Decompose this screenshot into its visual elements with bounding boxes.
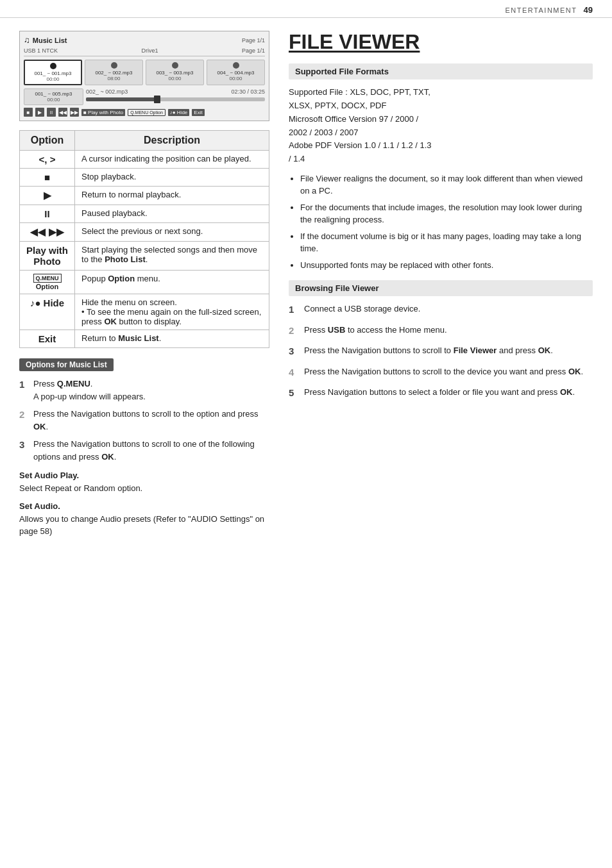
list-item: 4 Press the Navigation buttons to scroll…: [289, 365, 593, 380]
ml-prev-btn[interactable]: ◀◀: [58, 108, 67, 117]
ml-title-text: Music List: [33, 37, 67, 44]
desc-play: Return to normal playback.: [75, 187, 269, 205]
table-row: Play withPhoto Start playing the selecte…: [20, 242, 269, 271]
step-text-3: Press the Navigation buttons to scroll t…: [33, 438, 269, 463]
ml-item-name-4: 004_ ~ 004.mp3: [217, 70, 254, 76]
ml-pause-btn[interactable]: II: [47, 108, 56, 117]
ml-item-5: 001_ ~ 005.mp3 00:00: [24, 88, 83, 105]
list-item: 5 Press Navigation buttons to select a f…: [289, 386, 593, 401]
browsing-step-num-1: 1: [289, 303, 299, 317]
ml-controls: ■ ▶ II ◀◀ ▶▶ ■ Play with Photo Q.MENU Op…: [24, 108, 265, 117]
ml-sub-header: USB 1 NTCK Drive1 Page 1/1: [24, 47, 265, 56]
set-audio-section: Set Audio. Allows you to change Audio pr…: [19, 501, 269, 538]
ml-usb-label: USB 1 NTCK: [24, 47, 58, 54]
browsing-step-num-4: 4: [289, 365, 299, 380]
ml-header: ♫ Music List Page 1/1: [24, 35, 265, 45]
ml-progress-area: 002_ ~ 002.mp3 02:30 / 03:25: [86, 88, 265, 105]
ml-item-name-5: 001_ ~ 005.mp3: [35, 91, 72, 97]
desc-hide: Hide the menu on screen. • To see the me…: [75, 294, 269, 330]
ml-play-photo-btn[interactable]: ■ Play with Photo: [81, 109, 125, 116]
ml-item-time-5: 00:00: [47, 97, 60, 103]
table-row: II Paused playback.: [20, 205, 269, 223]
ml-dot-3: [172, 62, 178, 69]
ml-current-track: 002_ ~ 002.mp3: [86, 88, 128, 95]
ml-item-time-3: 00:00: [168, 76, 181, 81]
ml-hide-btn[interactable]: ♪● Hide: [168, 109, 190, 116]
section-label: ENTERTAINMENT: [506, 6, 577, 14]
option-stop: ■: [20, 169, 75, 187]
ml-qmenu-btn[interactable]: Q.MENU Option: [128, 109, 166, 116]
set-audio-play-section: Set Audio Play. Select Repeat or Random …: [19, 471, 269, 495]
set-audio-text: Allows you to change Audio presets (Refe…: [19, 513, 269, 538]
options-for-music-list: Options for Music List 1 Press Q.MENU.A …: [19, 358, 269, 538]
ml-sub-page: Page 1/1: [242, 47, 265, 54]
ml-exit-btn[interactable]: Exit: [192, 109, 204, 116]
step-num-2: 2: [19, 408, 30, 422]
list-item: 2 Press USB to access the Home menu.: [289, 324, 593, 338]
list-item: 3 Press the Navigation buttons to scroll…: [19, 438, 269, 463]
desc-stop: Stop playback.: [75, 169, 269, 187]
option-hide: ♪● Hide: [20, 294, 75, 330]
ml-progress-fill: [86, 97, 158, 101]
ml-dot-4: [233, 62, 239, 69]
list-item: Unsupported fonts may be replaced with o…: [300, 259, 593, 272]
option-playwithphoto: Play withPhoto: [20, 242, 75, 271]
supported-formats-label: Supported File Formats: [289, 63, 593, 79]
option-play: ▶: [20, 187, 75, 205]
ml-item-time-1: 00:00: [46, 76, 59, 82]
table-row: ▶ Return to normal playback.: [20, 187, 269, 205]
ml-item-2: 002_ ~ 002.mp3 08:00: [85, 60, 143, 85]
table-row: Exit Return to Music List.: [20, 330, 269, 348]
options-section-label: Options for Music List: [19, 358, 114, 371]
ml-item-1: 001_ ~ 001.mp3 00:00: [24, 60, 82, 85]
browsing-step-text-4: Press the Navigation buttons to scroll t…: [304, 365, 583, 378]
step-text-2: Press the Navigation buttons to scroll t…: [33, 408, 269, 433]
list-item: 1 Connect a USB storage device.: [289, 303, 593, 317]
right-column: FILE VIEWER Supported File Formats Suppo…: [289, 31, 593, 543]
ml-next-btn[interactable]: ▶▶: [70, 108, 79, 117]
ml-grid: 001_ ~ 001.mp3 00:00 002_ ~ 002.mp3 08:0…: [24, 60, 265, 85]
ml-dot-2: [111, 62, 117, 69]
ml-play-btn[interactable]: ▶: [35, 108, 44, 117]
music-list-mockup: ♫ Music List Page 1/1 USB 1 NTCK Drive1 …: [19, 31, 269, 121]
desc-prevnext: Select the previous or next song.: [75, 223, 269, 242]
table-row: ◀◀ ▶▶ Select the previous or next song.: [20, 223, 269, 242]
table-row: ♪● Hide Hide the menu on screen. • To se…: [20, 294, 269, 330]
ml-stop-btn[interactable]: ■: [24, 108, 33, 117]
browsing-step-text-3: Press the Navigation buttons to scroll t…: [304, 344, 553, 357]
desc-playwithphoto: Start playing the selected songs and the…: [75, 242, 269, 271]
browsing-step-num-3: 3: [289, 344, 299, 359]
main-layout: ♫ Music List Page 1/1 USB 1 NTCK Drive1 …: [0, 18, 612, 556]
ml-progress-bar: [86, 97, 265, 101]
option-pause: II: [20, 205, 75, 223]
option-prevnext: ◀◀ ▶▶: [20, 223, 75, 242]
options-steps: 1 Press Q.MENU.A pop-up window will appe…: [19, 378, 269, 463]
ml-item-4: 004_ ~ 004.mp3 00:00: [207, 60, 265, 85]
list-item: For the documents that include images, t…: [300, 201, 593, 226]
ml-item-3: 003_ ~ 003.mp3 00:00: [146, 60, 204, 85]
browsing-step-num-2: 2: [289, 324, 299, 338]
step-text-1: Press Q.MENU.A pop-up window will appear…: [33, 378, 146, 403]
ml-item-name-1: 001_ ~ 001.mp3: [34, 71, 71, 76]
list-item: 1 Press Q.MENU.A pop-up window will appe…: [19, 378, 269, 403]
browsing-section-label: Browsing File Viewer: [289, 280, 593, 296]
ml-item-name-2: 002_ ~ 002.mp3: [95, 70, 132, 76]
browsing-steps: 1 Connect a USB storage device. 2 Press …: [289, 303, 593, 401]
option-exit: Exit: [20, 330, 75, 348]
desc-lt-gt: A cursor indicating the position can be …: [75, 151, 269, 169]
list-item: 3 Press the Navigation buttons to scroll…: [289, 344, 593, 359]
supported-text: Supported File : XLS, DOC, PPT, TXT, XLS…: [289, 86, 593, 166]
ml-drive: Drive1: [141, 47, 158, 54]
ml-time-row: 002_ ~ 002.mp3 02:30 / 03:25: [86, 88, 265, 95]
table-row: ■ Stop playback.: [20, 169, 269, 187]
desc-qmenu: Popup Option menu.: [75, 271, 269, 294]
list-item: If the document volume is big or it has …: [300, 230, 593, 255]
step-num-1: 1: [19, 378, 30, 392]
ml-title: ♫ Music List: [24, 35, 67, 45]
ml-item-time-4: 00:00: [229, 76, 242, 81]
set-audio-title: Set Audio.: [19, 501, 269, 511]
file-viewer-title: FILE VIEWER: [289, 31, 593, 53]
ml-row2: 001_ ~ 005.mp3 00:00 002_ ~ 002.mp3 02:3…: [24, 88, 265, 105]
desc-pause: Paused playback.: [75, 205, 269, 223]
step-num-3: 3: [19, 438, 30, 453]
